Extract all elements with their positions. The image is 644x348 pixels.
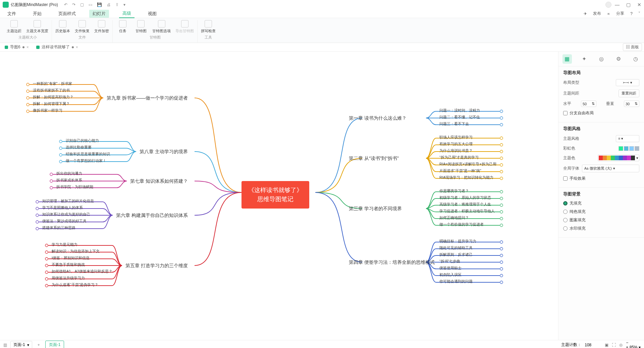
leaf-node[interactable]: RIA现场学习：把知识转化为能力: [437, 174, 495, 181]
save-icon[interactable]: 💾: [97, 2, 102, 7]
leaf-node[interactable]: 初勿陷入误区: [437, 272, 464, 278]
panel-toggle-button[interactable]: ▥ 面板: [623, 43, 642, 51]
ribbon-button[interactable]: 主题文本宽度: [26, 20, 48, 34]
leaf-node[interactable]: 便签使用贴士: [437, 265, 464, 271]
chapter-topic[interactable]: 第七章 知识体系如何搭建？: [130, 178, 188, 184]
leaf-node[interactable]: 解读知识：为信息添加上下文: [50, 248, 102, 254]
add-page-button[interactable]: +: [36, 342, 42, 348]
bg-option-none[interactable]: 无填充: [563, 200, 639, 206]
rainbow-swatches[interactable]: [619, 146, 639, 151]
global-font-select[interactable]: Aa微软雅黑 (大) ▾: [582, 165, 639, 172]
undo-icon[interactable]: ↶: [64, 2, 67, 7]
leaf-node[interactable]: 知识管理：被加工的碎片化信息: [40, 198, 96, 204]
zoom-in-icon[interactable]: +: [626, 345, 628, 348]
leaf-node[interactable]: 如何借助A1、A2便签来追问和反思？: [50, 268, 114, 275]
fit-window-icon[interactable]: ▣: [605, 343, 608, 347]
page-list-icon[interactable]: ▥: [3, 343, 7, 347]
user-avatar-icon[interactable]: [605, 2, 611, 8]
share-icon[interactable]: ∝: [607, 11, 610, 16]
zoom-out-icon[interactable]: −: [626, 340, 628, 345]
bg-option-pattern[interactable]: 图案填充: [563, 217, 639, 223]
leaf-node[interactable]: 拆解：如何提高职场力？: [31, 94, 75, 100]
chapter-topic[interactable]: 第一章 读书为什么这么难？: [349, 115, 407, 121]
collapse-ribbon-icon[interactable]: ˇ: [639, 11, 640, 16]
ribbon-button[interactable]: 拼写检查: [201, 20, 216, 34]
hand-effect-checkbox[interactable]: 手绘效果: [563, 176, 639, 181]
layout-type-select[interactable]: ⤚⤙ ▾: [616, 79, 639, 86]
maximize-icon[interactable]: ▢: [626, 2, 631, 7]
central-topic[interactable]: 《这样读书就够了》 思维导图笔记: [241, 181, 309, 209]
chapter-topic[interactable]: 第五章 打造学习力的三个维度: [125, 263, 188, 269]
leaf-node[interactable]: 做一个有梦想的行动家！: [64, 158, 108, 164]
open-icon[interactable]: ▭: [89, 2, 92, 7]
chapter-topic[interactable]: 第四章 便签学习法：培养全新的思维模式: [349, 259, 435, 266]
leaf-node[interactable]: 拆解：如何管理下属？: [31, 101, 72, 107]
leaf-node[interactable]: “拆书”七步曲: [437, 258, 462, 265]
chapter-topic[interactable]: 第三章 学习者的不同境界: [349, 206, 402, 212]
doc-tab-close-icon[interactable]: ×: [76, 45, 78, 50]
minimize-icon[interactable]: —: [615, 2, 620, 7]
ribbon-button[interactable]: 主题边距: [7, 20, 21, 34]
leaf-node[interactable]: 用便签法升级学习力: [50, 275, 87, 281]
leaf-node[interactable]: 随处可见的辅助工具: [437, 245, 475, 251]
leaf-node[interactable]: 学习不是照搬他人的体系: [40, 205, 85, 211]
leaf-node[interactable]: 初级学习者：原始人的学习状态: [437, 194, 493, 201]
qat-more-icon[interactable]: ▾: [123, 2, 125, 7]
leaf-node[interactable]: 搭建体系的三种思路: [40, 225, 77, 231]
leaf-node[interactable]: 拆书家成长体系: [54, 177, 84, 183]
doc-tab[interactable]: 导图6 ×: [2, 43, 32, 51]
share-button[interactable]: 分享: [616, 11, 624, 16]
new-icon[interactable]: ▢: [80, 2, 84, 7]
menu-page-style[interactable]: 页面样式: [55, 10, 79, 18]
sp-tab-style-icon[interactable]: ✦: [580, 54, 589, 64]
leaf-node[interactable]: 像拆书家一样学习: [31, 107, 64, 114]
leaf-node[interactable]: 学习促进者：积极主动地引导他人: [437, 208, 497, 214]
bg-option-solid[interactable]: 纯色填充: [563, 209, 639, 215]
sp-tab-history-icon[interactable]: ◷: [631, 54, 640, 64]
horiz-gap-input[interactable]: 50⇅: [581, 101, 596, 107]
ribbon-button[interactable]: 甘特图: [134, 20, 148, 34]
publish-button[interactable]: 发布: [593, 11, 601, 16]
theme-style-select[interactable]: ≡ ▾: [616, 135, 639, 142]
leaf-node[interactable]: 职场人应该怎样学习: [437, 134, 475, 140]
chapter-topic[interactable]: 第八章 主动学习的境界: [140, 149, 188, 155]
leaf-node[interactable]: 选择比勤奋重要: [64, 144, 94, 151]
sp-tab-settings-icon[interactable]: ⚙: [614, 54, 623, 64]
menu-start[interactable]: 开始: [30, 10, 45, 18]
leaf-node[interactable]: 识别自己的核心能力: [64, 137, 101, 144]
leaf-node[interactable]: 经验和反思是最重要的知识: [64, 151, 112, 157]
leaf-node[interactable]: 你是哪类学习者？: [437, 188, 471, 194]
leaf-node[interactable]: 拆解原则：反求诸己: [437, 251, 475, 258]
export-icon[interactable]: ⇪: [115, 2, 119, 7]
leaf-node[interactable]: 片面追求“干货”是一种“病”: [437, 168, 483, 174]
leaf-node[interactable]: 问题一：没时间、没精力: [437, 107, 482, 114]
leaf-node[interactable]: 不要急于质疑和挑战: [50, 262, 87, 268]
chapter-topic[interactable]: 第九章 拆书家——做一个学习的促进者: [107, 95, 188, 101]
menu-advanced[interactable]: 高级: [119, 9, 135, 18]
chapter-topic[interactable]: 第六章 构建属于你自己的知识体系: [116, 213, 188, 219]
leaf-node[interactable]: 知识体系让你成为更好的自己: [40, 211, 92, 218]
leaf-node[interactable]: 拆书学院：为职场赋能: [54, 184, 95, 190]
leaf-node[interactable]: 有效学习的五大公理: [437, 141, 475, 147]
ribbon-button[interactable]: 文件加密: [94, 20, 109, 34]
leaf-node[interactable]: 为什么追逐“干货”是伪学习？: [50, 282, 100, 288]
sp-tab-layout-icon[interactable]: ▦: [562, 54, 572, 64]
ribbon-button[interactable]: 历史版本: [55, 20, 70, 34]
canvas[interactable]: 《这样读书就够了》 思维导图笔记 第一章 读书为什么这么难？问题一：没时间、没精…: [0, 52, 558, 340]
leaf-node[interactable]: 一种新的“专家”：拆书家: [31, 80, 74, 87]
branch-free-checkbox[interactable]: 分支自由布局: [563, 110, 639, 116]
print-icon[interactable]: 🖨: [107, 2, 111, 7]
ribbon-button[interactable]: 任务: [116, 20, 129, 34]
menu-view[interactable]: 视图: [145, 10, 160, 18]
leaf-node[interactable]: 如何正确地提问？: [437, 215, 471, 221]
leaf-node[interactable]: 为什么培训比书贵？: [437, 148, 475, 154]
leaf-node[interactable]: 问题三：看不下去: [437, 121, 471, 127]
sp-tab-tag-icon[interactable]: ◎: [597, 54, 606, 64]
leaf-node[interactable]: 没有拆书家拆不了的书: [31, 87, 72, 94]
redo-icon[interactable]: ↷: [72, 2, 75, 7]
leaf-node[interactable]: 便签法：聚沙成塔的好工具: [40, 218, 89, 224]
page-tab[interactable]: 页面-1: [45, 341, 64, 348]
vert-gap-input[interactable]: 30⇅: [624, 101, 639, 107]
close-icon[interactable]: ✕: [637, 2, 641, 7]
page-select[interactable]: 页面-1▾: [10, 341, 32, 348]
